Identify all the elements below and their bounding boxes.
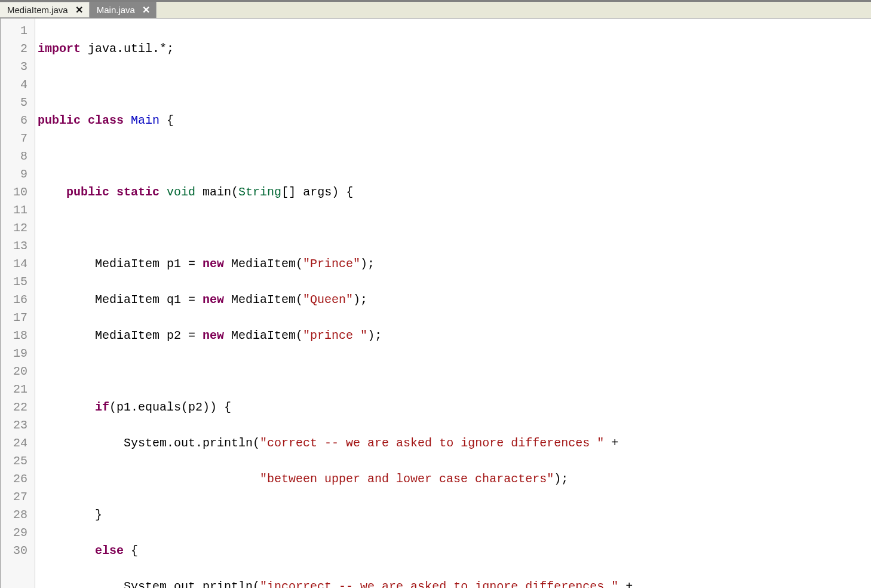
line-number: 9 — [1, 166, 30, 183]
line-number: 4 — [1, 76, 30, 94]
code-line: import java.util.*; — [38, 40, 640, 58]
line-number: 16 — [1, 291, 30, 309]
line-number: 20 — [1, 363, 30, 381]
line-number: 25 — [1, 452, 30, 470]
code-line: System.out.println("incorrect -- we are … — [38, 578, 640, 588]
tab-bar: MediaItem.java ✕ Main.java ✕ — [0, 2, 871, 19]
line-number: 29 — [1, 524, 30, 542]
code-line: else { — [38, 542, 640, 560]
line-number: 13 — [1, 237, 30, 255]
line-number: 11 — [1, 201, 30, 219]
editor-container: MediaItem.java ✕ Main.java ✕ 12345678910… — [0, 0, 871, 588]
code-line: "between upper and lower case characters… — [38, 470, 640, 488]
tab-label: MediaItem.java — [7, 5, 68, 15]
line-number: 19 — [1, 345, 30, 363]
code-line — [38, 219, 640, 237]
line-number: 14 — [1, 255, 30, 273]
line-number: 28 — [1, 506, 30, 524]
line-number: 30 — [1, 542, 30, 560]
code-content[interactable]: import java.util.*; public class Main { … — [35, 19, 640, 588]
close-icon[interactable]: ✕ — [74, 5, 84, 15]
line-number: 24 — [1, 434, 30, 452]
code-line: MediaItem q1 = new MediaItem("Queen"); — [38, 291, 640, 309]
close-icon[interactable]: ✕ — [141, 5, 151, 15]
line-number: 23 — [1, 416, 30, 434]
tab-mediaitem[interactable]: MediaItem.java ✕ — [0, 2, 90, 18]
line-number: 22 — [1, 399, 30, 416]
line-number: 10 — [1, 183, 30, 201]
code-line — [38, 363, 640, 381]
line-number: 6 — [1, 112, 30, 130]
line-number: 27 — [1, 488, 30, 506]
code-line: public static void main(String[] args) { — [38, 183, 640, 201]
code-line — [38, 148, 640, 166]
code-line: if(p1.equals(p2)) { — [38, 399, 640, 416]
tab-label: Main.java — [97, 5, 135, 15]
line-number-gutter: 1234567891011121314151617181920212223242… — [1, 19, 35, 588]
line-number: 15 — [1, 273, 30, 291]
line-number: 21 — [1, 381, 30, 399]
line-number: 26 — [1, 470, 30, 488]
line-number: 3 — [1, 58, 30, 76]
code-area: 1234567891011121314151617181920212223242… — [0, 19, 871, 588]
line-number: 17 — [1, 309, 30, 327]
line-number: 2 — [1, 40, 30, 58]
code-line: MediaItem p2 = new MediaItem("prince "); — [38, 327, 640, 345]
code-line: MediaItem p1 = new MediaItem("Prince"); — [38, 255, 640, 273]
code-line: System.out.println("correct -- we are as… — [38, 434, 640, 452]
code-line: public class Main { — [38, 112, 640, 130]
line-number: 12 — [1, 219, 30, 237]
line-number: 1 — [1, 22, 30, 40]
tab-main[interactable]: Main.java ✕ — [90, 2, 157, 18]
line-number: 8 — [1, 148, 30, 166]
code-line — [38, 76, 640, 94]
line-number: 18 — [1, 327, 30, 345]
line-number: 7 — [1, 130, 30, 148]
line-number: 5 — [1, 94, 30, 112]
code-line: } — [38, 506, 640, 524]
